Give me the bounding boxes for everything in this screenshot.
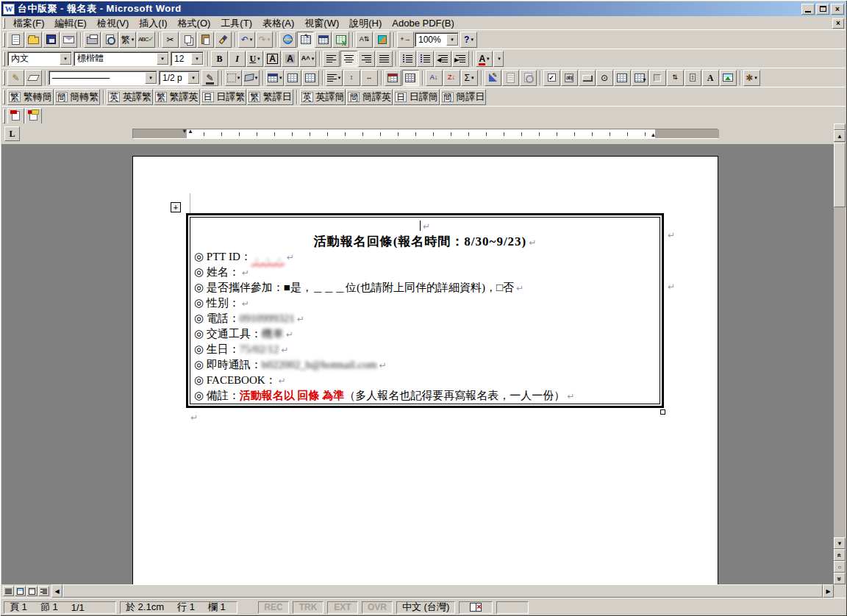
extend-selection-mode[interactable]: EXT bbox=[327, 601, 358, 614]
character-shading-button[interactable]: A bbox=[282, 51, 299, 67]
form-line-name[interactable]: ◎ 姓名：↵ bbox=[194, 265, 656, 280]
record-macro-mode[interactable]: REC bbox=[258, 601, 289, 614]
design-mode-button[interactable]: ✎ bbox=[485, 70, 501, 86]
cell-alignment-button[interactable]: ▾ bbox=[326, 70, 343, 86]
scroll-right-button[interactable]: ▶ bbox=[823, 584, 834, 598]
scroll-down-button[interactable]: ▼ bbox=[834, 537, 846, 549]
format-painter-button[interactable] bbox=[215, 32, 232, 48]
email-button[interactable] bbox=[60, 32, 77, 48]
style-dropdown[interactable]: ▾ bbox=[60, 53, 71, 65]
menu-format[interactable]: 格式(O) bbox=[173, 16, 216, 31]
line-weight-combo[interactable]: 1/2 p▾ bbox=[159, 71, 200, 85]
align-right-button[interactable] bbox=[358, 51, 375, 67]
insert-excel-button[interactable]: X bbox=[332, 32, 349, 48]
italic-button[interactable]: I bbox=[229, 51, 246, 67]
drawing-button[interactable] bbox=[374, 32, 390, 48]
menu-edit[interactable]: 編輯(E) bbox=[50, 16, 92, 31]
translate-trad-to-simp-button[interactable]: 繁 繁轉簡 bbox=[7, 89, 54, 105]
horizontal-scrollbar[interactable]: ◀ ▶ bbox=[1, 584, 834, 598]
form-title-line[interactable]: 活動報名回條(報名時間：8/30~9/23)↵ bbox=[194, 234, 656, 249]
translate-en-to-simp-button[interactable]: 英 英譯簡 bbox=[300, 89, 346, 105]
form-line-facebook[interactable]: ◎ FACEBOOK：↵ bbox=[194, 373, 656, 388]
align-left-button[interactable] bbox=[323, 51, 340, 67]
tables-and-borders-button[interactable]: ✎ bbox=[297, 32, 314, 48]
document-close-button[interactable]: × bbox=[832, 18, 844, 29]
show-gridlines-button[interactable] bbox=[402, 70, 419, 86]
line-style-combo[interactable]: ———————▾ bbox=[49, 71, 157, 85]
previous-page-button[interactable]: « bbox=[834, 549, 846, 561]
toolbar-drag-handle[interactable] bbox=[3, 90, 5, 104]
print-layout-view-button[interactable] bbox=[26, 586, 37, 596]
registration-form-table[interactable]: ↵ 活動報名回條(報名時間：8/30~9/23)↵ ◎ PTT ID：．．．↵ … bbox=[186, 213, 664, 408]
chinese-convert-button[interactable]: 繁▾ bbox=[119, 32, 136, 48]
menubar-drag-handle[interactable] bbox=[3, 18, 5, 29]
form-line-remark[interactable]: ◎ 備註：活動報名以 回條 為準（多人報名也記得要再寫報名表，一人一份）↵ bbox=[194, 388, 656, 404]
menu-adobe-pdf[interactable]: Adobe PDF(B) bbox=[387, 17, 460, 29]
table-resize-handle[interactable] bbox=[660, 409, 665, 415]
convert-to-pdf-button[interactable] bbox=[7, 108, 24, 124]
open-button[interactable] bbox=[25, 32, 42, 48]
insertion-point-button[interactable]: +→ bbox=[397, 32, 414, 48]
form-line-birthday[interactable]: ◎ 生日：75/02/12↵ bbox=[194, 342, 656, 357]
insert-table-menu-button[interactable]: ▾ bbox=[266, 70, 284, 86]
paste-button[interactable] bbox=[197, 32, 214, 48]
split-handle[interactable] bbox=[834, 123, 846, 130]
character-scale-button[interactable]: A˄▾ bbox=[299, 51, 316, 67]
label-control-button[interactable]: A bbox=[702, 70, 719, 86]
outline-view-button[interactable] bbox=[38, 586, 49, 596]
translate-simp-to-en-button[interactable]: 簡 簡譯英 bbox=[346, 89, 393, 105]
form-line-gender[interactable]: ◎ 性別：↵ bbox=[194, 296, 656, 311]
form-line-messenger[interactable]: ◎ 即時通訊：b022002_b@hotmail.com↵ bbox=[194, 357, 656, 373]
indent-marker[interactable]: ▼▲ bbox=[182, 130, 188, 133]
split-cells-button[interactable] bbox=[302, 70, 319, 86]
translate-simp-to-jp-button[interactable]: 簡 簡譯日 bbox=[440, 89, 487, 105]
zoom-dropdown[interactable]: ▾ bbox=[446, 34, 458, 46]
scroll-left-button[interactable]: ◀ bbox=[51, 584, 62, 598]
line-weight-dropdown[interactable]: ▾ bbox=[187, 72, 199, 84]
convert-to-pdf-email-button[interactable] bbox=[25, 108, 42, 124]
option-button-control[interactable]: ⊙ bbox=[596, 70, 613, 86]
language-panel[interactable]: 中文 (台灣) bbox=[396, 601, 455, 614]
more-controls-button[interactable]: ✱▾ bbox=[743, 70, 760, 86]
translate-simp-to-trad-button[interactable]: 簡 簡轉繁 bbox=[54, 89, 101, 105]
border-color-button[interactable]: ✎ bbox=[201, 70, 218, 86]
print-preview-button[interactable] bbox=[101, 32, 118, 48]
view-code-button[interactable] bbox=[520, 70, 537, 86]
draw-table-button[interactable]: ✎ bbox=[7, 70, 24, 86]
bold-button[interactable]: B bbox=[211, 51, 228, 67]
outside-border-button[interactable]: ▾ bbox=[225, 70, 242, 86]
insert-table-button[interactable] bbox=[315, 32, 332, 48]
scrollbar-control-button[interactable]: ↕ bbox=[685, 70, 701, 86]
text-direction-button[interactable]: A⇅ bbox=[356, 32, 373, 48]
select-browse-object-button[interactable]: ○ bbox=[834, 561, 846, 573]
minimize-button[interactable] bbox=[801, 4, 815, 15]
translate-en-to-trad-button[interactable]: 英 英譯繁 bbox=[107, 89, 153, 105]
horizontal-scroll-thumb[interactable] bbox=[62, 584, 823, 598]
insert-hyperlink-button[interactable] bbox=[279, 32, 296, 48]
font-size-dropdown[interactable]: ▾ bbox=[191, 53, 203, 65]
normal-view-button[interactable] bbox=[3, 586, 14, 596]
character-border-button[interactable]: A bbox=[264, 51, 281, 67]
menu-help[interactable]: 說明(H) bbox=[344, 16, 387, 31]
image-control-button[interactable] bbox=[720, 70, 737, 86]
font-color-button[interactable]: A▾ bbox=[476, 51, 493, 67]
font-combo[interactable]: 標楷體▾ bbox=[74, 51, 169, 66]
menu-file[interactable]: 檔案(F) bbox=[8, 16, 50, 31]
shading-color-button[interactable]: ▾ bbox=[243, 70, 260, 86]
translate-trad-to-jp-button[interactable]: 繁 繁譯日 bbox=[247, 89, 293, 105]
vertical-scrollbar[interactable]: ▲ ▼ « ○ » bbox=[834, 123, 846, 584]
document-page[interactable]: + ↵ 活動報名回條(報名時間：8/30~9/23)↵ ◎ PTT ID：．．．… bbox=[132, 156, 718, 584]
listbox-control-button[interactable] bbox=[614, 70, 631, 86]
redo-button[interactable]: ↷▾ bbox=[256, 32, 273, 48]
help-button[interactable]: ?▾ bbox=[460, 32, 477, 48]
font-dropdown[interactable]: ▾ bbox=[157, 53, 168, 65]
combobox-control-button[interactable]: ▾ bbox=[632, 70, 648, 86]
menu-insert[interactable]: 插入(I) bbox=[134, 16, 172, 31]
restore-button[interactable] bbox=[816, 4, 829, 15]
undo-button[interactable]: ↶▾ bbox=[238, 32, 255, 48]
line-style-dropdown[interactable]: ▾ bbox=[145, 72, 157, 84]
command-button-control[interactable] bbox=[579, 70, 596, 86]
table-autoformat-button[interactable] bbox=[385, 70, 401, 86]
numbering-button[interactable] bbox=[399, 51, 416, 67]
table-move-handle[interactable]: + bbox=[171, 202, 181, 212]
